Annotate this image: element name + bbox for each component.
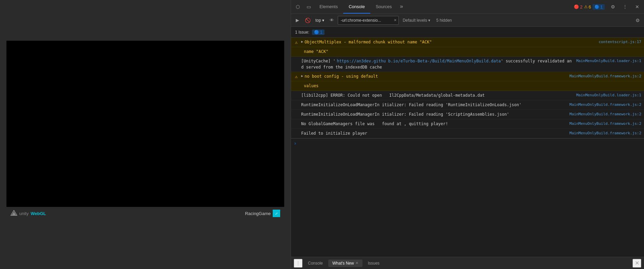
no-icon-2 (294, 93, 299, 98)
default-levels-button[interactable]: Default levels ▾ (400, 16, 433, 25)
filter-input[interactable] (338, 16, 399, 25)
log-content-runtime1: RuntimeInitializeOnLoadManagerIn itializ… (301, 102, 567, 108)
issues-badge[interactable]: 🔵 1 (312, 30, 325, 35)
context-label: top (315, 18, 321, 23)
issues-badge-count: 1 (320, 30, 323, 35)
unity-icon (11, 210, 17, 217)
tab-elements[interactable]: Elements (314, 0, 343, 14)
error-icon: 🔴 (574, 4, 579, 9)
more-tabs-button[interactable]: » (397, 0, 406, 14)
console-input[interactable] (298, 141, 641, 146)
game-name: RacingGame (245, 211, 271, 216)
unity-cache-link[interactable]: https://an3dev.githu b.io/eTurbo-Beta-/B… (337, 59, 501, 63)
eye-button[interactable]: 👁 (328, 16, 336, 25)
log-content-runtime2: RuntimeInitializeOnLoadManagerIn itializ… (301, 111, 567, 117)
browser-viewport: unity WebGL RacingGame ⤢ (0, 0, 291, 269)
framework-source-link-2[interactable]: MainMenuOnlyBuild.framework.js:2 (569, 102, 641, 107)
log-content: ObjectMultiplex - malformed chunk withou… (305, 39, 596, 45)
log-content-global: No GlobalGameManagers file was found at … (301, 121, 567, 127)
framework-source-link-3[interactable]: MainMenuOnlyBuild.framework.js:2 (569, 112, 641, 116)
bottombar-close-icon: ✕ (635, 260, 639, 266)
bottombar-issues-label: Issues (368, 261, 380, 266)
inspect-element-button[interactable]: ⬡ (292, 1, 303, 12)
bottombar-whatsnew-label: What's New (332, 261, 354, 266)
inspect-icon: ⬡ (296, 4, 300, 9)
unity-text: unity (19, 211, 28, 216)
error-count: 2 (580, 4, 582, 9)
no-icon-6 (294, 131, 299, 136)
webgl-text: WebGL (30, 211, 46, 216)
framework-source-link-5[interactable]: MainMenuOnlyBuild.framework.js:2 (569, 131, 641, 135)
webgl-canvas (6, 41, 284, 207)
ban-icon: 🚫 (305, 18, 311, 23)
more-options-button[interactable]: ⋮ (620, 1, 630, 12)
run-button[interactable]: ▶ (293, 16, 302, 25)
log-content-boot: no boot config - using default (305, 73, 567, 79)
toolbar-spacer: ⚙ (633, 16, 642, 25)
whatsnew-close-icon[interactable]: ✕ (355, 261, 358, 265)
warning-badge[interactable]: ⚠ 6 (584, 4, 591, 9)
settings-button[interactable]: ⚙ (607, 1, 618, 12)
filter-input-wrapper: ✕ (338, 16, 399, 25)
no-icon (294, 58, 299, 64)
devtools-tabs: Elements Console Sources » (314, 0, 571, 14)
log-entry-boot: ⚠ ▶ no boot config - using default MainM… (291, 72, 644, 81)
loader-source-link-2[interactable]: MainMenuOnlyBuild.loader.js:1 (576, 93, 641, 97)
log-content-unity: [UnityCache] 'https://an3dev.githu b.io/… (301, 58, 574, 70)
fullscreen-button[interactable]: ⤢ (273, 210, 280, 217)
console-toolbar: ▶ 🚫 top ▾ 👁 ✕ Default levels ▾ 5 hidden … (291, 14, 644, 27)
close-devtools-button[interactable]: ✕ (632, 1, 643, 12)
bottombar-tab-whatsnew[interactable]: What's New ✕ (328, 260, 362, 267)
log-entry-failed: Failed to initialize player MainMenuOnly… (291, 129, 644, 138)
device-mode-button[interactable]: ▭ (303, 1, 314, 12)
issues-label: 1 Issue: (295, 30, 309, 35)
play-icon: ▶ (296, 18, 299, 23)
framework-source-link[interactable]: MainMenuOnlyBuild.framework.js:2 (569, 74, 641, 78)
log-content-values: values (304, 83, 641, 89)
unity-footer: unity WebGL RacingGame ⤢ (6, 207, 284, 220)
expand-arrow[interactable]: ▶ (301, 40, 303, 43)
warning-icon: ⚠ (584, 4, 588, 9)
tab-sources[interactable]: Sources (370, 0, 397, 14)
info-icon: 🔵 (595, 5, 599, 9)
error-badge[interactable]: 🔴 2 (574, 4, 582, 9)
devtools-panel: ⬡ ▭ Elements Console Sources » 🔴 2 ⚠ 6 🔵… (291, 0, 644, 269)
warning-icon-2: ⚠ (294, 74, 299, 79)
info-count: 1 (600, 4, 603, 9)
default-levels-label: Default levels (403, 18, 427, 23)
console-log: ⚠ ▶ ObjectMultiplex - malformed chunk wi… (291, 38, 644, 257)
eye-icon: 👁 (330, 18, 334, 23)
framework-source-link-4[interactable]: MainMenuOnlyBuild.framework.js:2 (569, 121, 641, 126)
devtools-topbar: ⬡ ▭ Elements Console Sources » 🔴 2 ⚠ 6 🔵… (291, 0, 644, 14)
console-gear-icon: ⚙ (636, 18, 640, 23)
filter-clear-button[interactable]: ✕ (394, 18, 397, 22)
log-content-failed: Failed to initialize player (301, 130, 567, 136)
bottombar-close-button[interactable]: ✕ (632, 259, 641, 268)
warning-count: 6 (589, 4, 591, 9)
bottombar-console-label: Console (308, 261, 323, 266)
badge-group: 🔴 2 ⚠ 6 🔵 1 (571, 4, 607, 10)
no-icon-4 (294, 112, 299, 117)
more-vert-icon: ⋮ (623, 4, 627, 9)
bottombar-tab-console[interactable]: Console (304, 260, 327, 267)
warning-icon: ⚠ (294, 39, 299, 45)
bottombar-menu-button[interactable]: ⋮ (294, 259, 303, 268)
gear-icon: ⚙ (611, 4, 615, 9)
log-source-link[interactable]: contentscript.js:17 (599, 40, 641, 44)
console-prompt: › (294, 141, 296, 146)
tab-console[interactable]: Console (343, 0, 370, 14)
no-icon-3 (294, 102, 299, 108)
log-entry-unity-cache: [UnityCache] 'https://an3dev.githu b.io/… (291, 57, 644, 72)
bottombar-tab-issues[interactable]: Issues (364, 260, 384, 267)
expand-arrow-2[interactable]: ▶ (301, 74, 303, 78)
clear-console-button[interactable]: 🚫 (303, 16, 312, 25)
hidden-count-button[interactable]: 5 hidden (434, 16, 454, 25)
devtools-bottombar: ⋮ Console What's New ✕ Issues ✕ (291, 257, 644, 269)
log-content-ack: name "ACK" (304, 49, 641, 55)
chevron-down-icon: ▾ (322, 18, 324, 23)
info-badge[interactable]: 🔵 1 (593, 4, 605, 10)
console-settings-button[interactable]: ⚙ (633, 16, 642, 25)
log-entry: ⚠ ▶ ObjectMultiplex - malformed chunk wi… (291, 38, 644, 47)
loader-source-link[interactable]: MainMenuOnlyBuild.loader.js:1 (576, 59, 641, 63)
context-selector[interactable]: top ▾ (313, 16, 326, 25)
